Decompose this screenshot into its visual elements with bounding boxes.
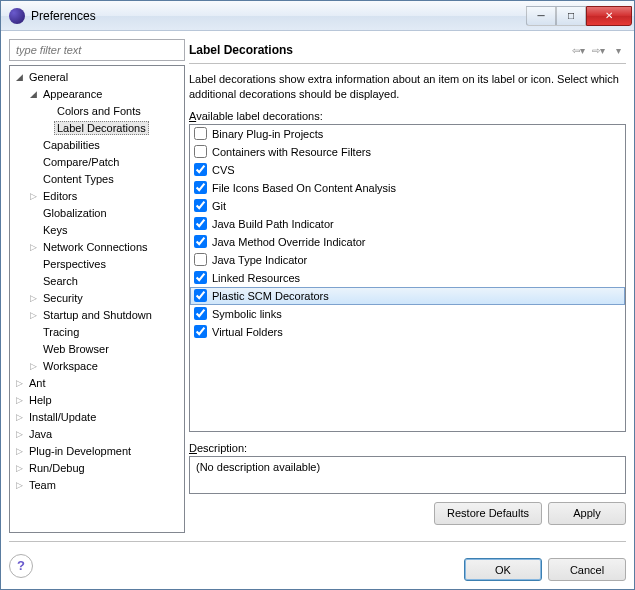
- twisty-closed-icon[interactable]: ▷: [26, 242, 40, 252]
- tree-item[interactable]: ▷Install/Update: [10, 408, 184, 425]
- list-item[interactable]: File Icons Based On Content Analysis: [190, 179, 625, 197]
- tree-item[interactable]: ▷Run/Debug: [10, 459, 184, 476]
- decoration-checkbox[interactable]: [194, 181, 207, 194]
- tree-item[interactable]: ▷Team: [10, 476, 184, 493]
- tree-item[interactable]: Compare/Patch: [10, 153, 184, 170]
- twisty-closed-icon[interactable]: ▷: [12, 480, 26, 490]
- decoration-label: Java Method Override Indicator: [212, 236, 365, 248]
- close-button[interactable]: ✕: [586, 6, 632, 26]
- tree-item[interactable]: ▷Editors: [10, 187, 184, 204]
- decoration-label: Symbolic links: [212, 308, 282, 320]
- forward-icon[interactable]: ⇨▾: [590, 42, 606, 58]
- tree-item-label: Editors: [40, 190, 80, 202]
- decoration-checkbox[interactable]: [194, 163, 207, 176]
- tree-item-label: Content Types: [40, 173, 117, 185]
- decoration-label: Linked Resources: [212, 272, 300, 284]
- decoration-checkbox[interactable]: [194, 325, 207, 338]
- list-item[interactable]: Containers with Resource Filters: [190, 143, 625, 161]
- dialog-buttons: OK Cancel: [464, 558, 626, 581]
- decoration-checkbox[interactable]: [194, 307, 207, 320]
- twisty-open-icon[interactable]: ◢: [26, 89, 40, 99]
- cancel-button[interactable]: Cancel: [548, 558, 626, 581]
- decoration-checkbox[interactable]: [194, 199, 207, 212]
- tree-item[interactable]: Label Decorations: [10, 119, 184, 136]
- tree-item-label: Help: [26, 394, 55, 406]
- decoration-checkbox[interactable]: [194, 289, 207, 302]
- decoration-checkbox[interactable]: [194, 235, 207, 248]
- minimize-button[interactable]: ─: [526, 6, 556, 26]
- list-item[interactable]: Git: [190, 197, 625, 215]
- page-buttons: Restore Defaults Apply: [189, 502, 626, 525]
- tree-item[interactable]: Keys: [10, 221, 184, 238]
- decoration-checkbox[interactable]: [194, 253, 207, 266]
- tree-item[interactable]: ▷Ant: [10, 374, 184, 391]
- tree-item[interactable]: Content Types: [10, 170, 184, 187]
- tree-item[interactable]: Web Browser: [10, 340, 184, 357]
- tree-item[interactable]: Globalization: [10, 204, 184, 221]
- preferences-tree[interactable]: ◢General◢AppearanceColors and FontsLabel…: [9, 65, 185, 533]
- list-item[interactable]: CVS: [190, 161, 625, 179]
- tree-item-label: Keys: [40, 224, 70, 236]
- decoration-label: File Icons Based On Content Analysis: [212, 182, 396, 194]
- tree-item[interactable]: ◢General: [10, 68, 184, 85]
- help-icon[interactable]: ?: [9, 554, 33, 578]
- tree-item[interactable]: Colors and Fonts: [10, 102, 184, 119]
- decoration-label: Containers with Resource Filters: [212, 146, 371, 158]
- menu-icon[interactable]: ▾: [610, 42, 626, 58]
- list-item[interactable]: Java Method Override Indicator: [190, 233, 625, 251]
- decoration-checkbox[interactable]: [194, 127, 207, 140]
- tree-item[interactable]: ▷Workspace: [10, 357, 184, 374]
- twisty-open-icon[interactable]: ◢: [12, 72, 26, 82]
- maximize-button[interactable]: □: [556, 6, 586, 26]
- twisty-closed-icon[interactable]: ▷: [12, 378, 26, 388]
- list-item[interactable]: Virtual Folders: [190, 323, 625, 341]
- tree-item[interactable]: ▷Network Connections: [10, 238, 184, 255]
- tree-item-label: Ant: [26, 377, 49, 389]
- back-icon[interactable]: ⇦▾: [570, 42, 586, 58]
- twisty-closed-icon[interactable]: ▷: [12, 395, 26, 405]
- dialog-body: ◢General◢AppearanceColors and FontsLabel…: [1, 31, 634, 589]
- tree-item-label: Label Decorations: [54, 121, 149, 135]
- content-area: ◢General◢AppearanceColors and FontsLabel…: [1, 31, 634, 541]
- list-item[interactable]: Binary Plug-in Projects: [190, 125, 625, 143]
- filter-input[interactable]: [9, 39, 185, 61]
- decoration-checkbox[interactable]: [194, 217, 207, 230]
- tree-item[interactable]: Tracing: [10, 323, 184, 340]
- twisty-closed-icon[interactable]: ▷: [12, 446, 26, 456]
- titlebar[interactable]: Preferences ─ □ ✕: [1, 1, 634, 31]
- app-icon: [9, 8, 25, 24]
- tree-item[interactable]: Perspectives: [10, 255, 184, 272]
- apply-button[interactable]: Apply: [548, 502, 626, 525]
- tree-item[interactable]: ◢Appearance: [10, 85, 184, 102]
- tree-item-label: Search: [40, 275, 81, 287]
- tree-item[interactable]: ▷Startup and Shutdown: [10, 306, 184, 323]
- decorations-list[interactable]: Binary Plug-in ProjectsContainers with R…: [189, 124, 626, 432]
- tree-item[interactable]: ▷Help: [10, 391, 184, 408]
- tree-item[interactable]: ▷Java: [10, 425, 184, 442]
- decoration-label: Java Build Path Indicator: [212, 218, 334, 230]
- tree-item[interactable]: Capabilities: [10, 136, 184, 153]
- list-item[interactable]: Linked Resources: [190, 269, 625, 287]
- tree-item[interactable]: Search: [10, 272, 184, 289]
- list-item[interactable]: Symbolic links: [190, 305, 625, 323]
- tree-item[interactable]: ▷Plug-in Development: [10, 442, 184, 459]
- twisty-closed-icon[interactable]: ▷: [26, 293, 40, 303]
- twisty-closed-icon[interactable]: ▷: [12, 429, 26, 439]
- tree-item[interactable]: ▷Security: [10, 289, 184, 306]
- twisty-closed-icon[interactable]: ▷: [12, 412, 26, 422]
- twisty-closed-icon[interactable]: ▷: [12, 463, 26, 473]
- list-item[interactable]: Java Build Path Indicator: [190, 215, 625, 233]
- twisty-closed-icon[interactable]: ▷: [26, 310, 40, 320]
- decoration-checkbox[interactable]: [194, 271, 207, 284]
- list-item[interactable]: Plastic SCM Decorators: [190, 287, 625, 305]
- decoration-label: Plastic SCM Decorators: [212, 290, 329, 302]
- page-title: Label Decorations: [189, 43, 570, 57]
- list-item[interactable]: Java Type Indicator: [190, 251, 625, 269]
- twisty-closed-icon[interactable]: ▷: [26, 361, 40, 371]
- ok-button[interactable]: OK: [464, 558, 542, 581]
- footer: ? OK Cancel: [1, 542, 634, 589]
- twisty-closed-icon[interactable]: ▷: [26, 191, 40, 201]
- tree-item-label: Team: [26, 479, 59, 491]
- restore-defaults-button[interactable]: Restore Defaults: [434, 502, 542, 525]
- decoration-checkbox[interactable]: [194, 145, 207, 158]
